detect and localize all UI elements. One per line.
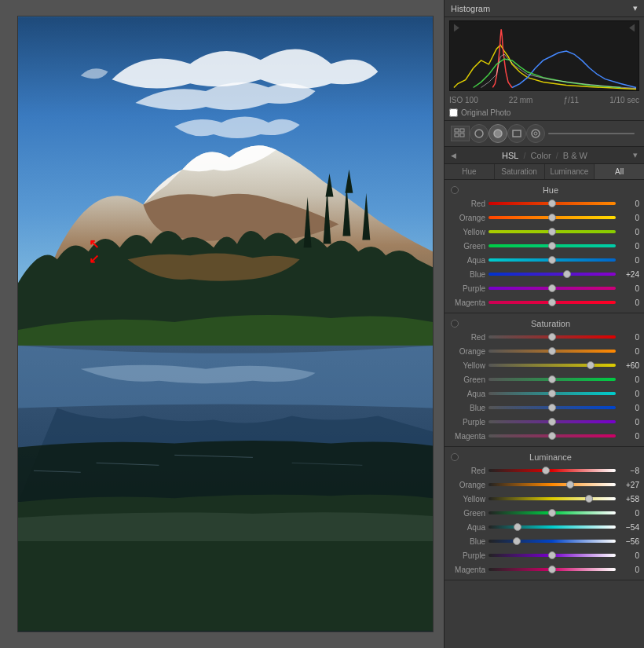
hue-section-label: Hue	[463, 185, 638, 195]
hue-green-row: Green 0	[445, 239, 644, 253]
sub-tab-saturation[interactable]: Saturation	[495, 164, 545, 179]
lum-purple-row: Purple 0	[445, 548, 644, 562]
sat-green-slider[interactable]	[488, 375, 616, 383]
svg-rect-6	[450, 22, 639, 90]
sat-blue-slider[interactable]	[488, 404, 616, 412]
sat-purple-label: Purple	[449, 418, 485, 427]
lum-yellow-slider[interactable]	[488, 495, 616, 503]
sat-magenta-value: 0	[619, 432, 639, 441]
sub-tabs-row: Hue Saturation Luminance All	[445, 164, 644, 180]
photo-panel: ↖↙	[0, 0, 444, 648]
histogram-title: Histogram	[451, 4, 490, 13]
bw-tab[interactable]: B & W	[563, 151, 587, 160]
lum-orange-slider[interactable]	[488, 481, 616, 489]
lum-green-value: 0	[619, 509, 639, 518]
lum-yellow-row: Yellow +58	[445, 492, 644, 506]
hue-yellow-slider[interactable]	[488, 228, 616, 236]
sat-yellow-label: Yellow	[449, 361, 485, 370]
sat-toggle[interactable]	[451, 320, 459, 328]
sat-red-row: Red 0	[445, 330, 644, 344]
sat-red-slider[interactable]	[488, 333, 616, 341]
original-photo-row: Original Photo	[445, 107, 644, 120]
hue-aqua-slider[interactable]	[488, 256, 616, 264]
sat-purple-slider[interactable]	[488, 418, 616, 426]
lum-magenta-label: Magenta	[449, 566, 485, 574]
svg-point-16	[532, 130, 540, 137]
lum-purple-label: Purple	[449, 551, 485, 560]
hue-toggle[interactable]	[451, 186, 459, 194]
lum-blue-row: Blue −56	[445, 534, 644, 548]
hue-purple-value: 0	[619, 284, 639, 293]
rect-tool-button[interactable]	[507, 124, 526, 143]
hue-orange-value: 0	[619, 214, 639, 222]
lum-blue-label: Blue	[449, 537, 485, 546]
sub-tab-hue[interactable]: Hue	[445, 164, 495, 179]
lum-title-row: Luminance	[445, 450, 644, 463]
hue-purple-label: Purple	[449, 284, 485, 293]
lum-blue-slider[interactable]	[488, 537, 616, 545]
svg-point-13	[475, 130, 483, 137]
lum-green-row: Green 0	[445, 506, 644, 520]
hue-blue-slider[interactable]	[488, 270, 616, 278]
sat-magenta-slider[interactable]	[488, 432, 616, 440]
hsl-section-header: ◀ HSL / Color / B & W ▾	[445, 147, 644, 164]
sub-tab-luminance[interactable]: Luminance	[545, 164, 595, 179]
lum-red-slider[interactable]	[488, 467, 616, 474]
lum-yellow-label: Yellow	[449, 495, 485, 503]
hsl-chevron[interactable]: ▾	[633, 150, 638, 160]
line-tool-button[interactable]	[548, 133, 635, 134]
hue-red-row: Red 0	[445, 196, 644, 211]
original-photo-label: Original Photo	[461, 108, 510, 117]
svg-point-14	[494, 130, 502, 137]
hue-orange-slider[interactable]	[488, 214, 616, 221]
lum-orange-value: +27	[619, 481, 639, 489]
lum-toggle[interactable]	[451, 453, 459, 461]
sat-blue-label: Blue	[449, 404, 485, 412]
lum-red-row: Red −8	[445, 463, 644, 478]
luminance-section: Luminance Red −8 Orange +27 Yellow	[445, 447, 644, 580]
hue-green-slider[interactable]	[488, 242, 616, 250]
lum-section-label: Luminance	[463, 452, 638, 462]
hue-yellow-label: Yellow	[449, 228, 485, 236]
hue-purple-row: Purple 0	[445, 281, 644, 295]
lum-aqua-slider[interactable]	[488, 523, 616, 531]
saturation-section: Saturation Red 0 Orange 0 Yellow +6	[445, 313, 644, 447]
circle-tool-button[interactable]	[470, 124, 488, 143]
color-tab[interactable]: Color	[530, 151, 551, 160]
sat-red-value: 0	[619, 333, 639, 342]
hsl-collapse-icon[interactable]: ◀	[451, 152, 456, 159]
hue-red-slider[interactable]	[488, 200, 616, 207]
lum-orange-label: Orange	[449, 481, 485, 489]
sat-orange-label: Orange	[449, 347, 485, 356]
sat-purple-value: 0	[619, 418, 639, 427]
sat-green-row: Green 0	[445, 372, 644, 386]
histogram-area	[449, 20, 639, 91]
sat-yellow-slider[interactable]	[488, 361, 616, 369]
sat-yellow-row: Yellow +60	[445, 358, 644, 372]
histogram-chevron[interactable]: ▾	[633, 3, 638, 13]
sat-aqua-value: 0	[619, 390, 639, 398]
hsl-tabs: HSL / Color / B & W	[502, 151, 587, 160]
hue-aqua-label: Aqua	[449, 256, 485, 265]
hue-yellow-value: 0	[619, 228, 639, 236]
sat-orange-slider[interactable]	[488, 347, 616, 355]
sub-tab-all[interactable]: All	[595, 164, 644, 179]
hue-blue-value: +24	[619, 270, 639, 279]
lum-magenta-row: Magenta 0	[445, 562, 644, 577]
circle-outline-tool-button[interactable]	[526, 124, 545, 143]
hue-magenta-slider[interactable]	[488, 298, 616, 306]
hue-orange-row: Orange 0	[445, 211, 644, 225]
hue-red-label: Red	[449, 200, 485, 208]
hsl-tab[interactable]: HSL	[502, 151, 518, 160]
hue-blue-label: Blue	[449, 270, 485, 279]
lum-purple-slider[interactable]	[488, 551, 616, 559]
sat-orange-value: 0	[619, 347, 639, 356]
sat-aqua-slider[interactable]	[488, 390, 616, 397]
lum-yellow-value: +58	[619, 495, 639, 503]
hue-purple-slider[interactable]	[488, 284, 616, 292]
original-photo-checkbox[interactable]	[449, 108, 458, 117]
lum-magenta-slider[interactable]	[488, 566, 616, 573]
lum-green-slider[interactable]	[488, 509, 616, 517]
grid-tool-button[interactable]	[451, 126, 470, 141]
circle-filled-tool-button[interactable]	[488, 124, 507, 143]
